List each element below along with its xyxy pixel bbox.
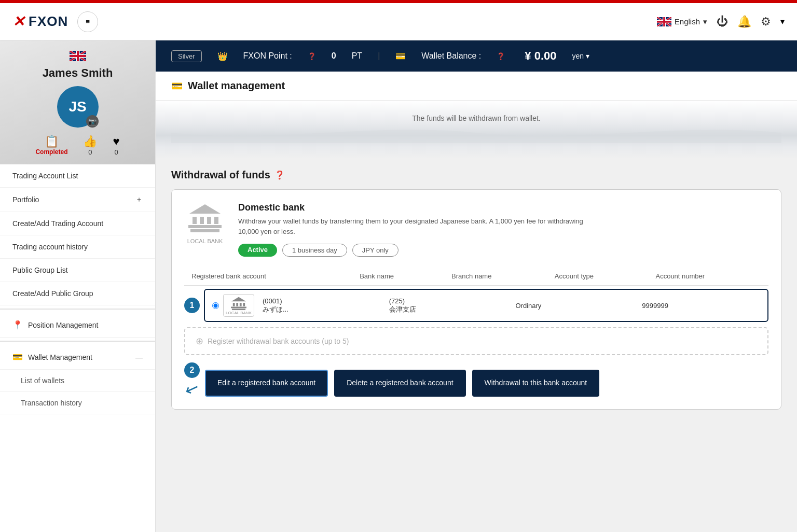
avatar-initials: JS xyxy=(68,99,86,115)
sidebar-divider-2 xyxy=(0,341,155,342)
table-header-row: Registered bank account Bank name Branch… xyxy=(184,267,768,286)
avatar-camera-icon[interactable]: 📷 xyxy=(86,115,99,128)
wallet-management-header: 💳 Wallet management xyxy=(156,72,797,101)
bank-thumb: LOCAL BANK xyxy=(223,294,254,317)
processing-time-tag: 1 business day xyxy=(282,244,347,257)
profile-flag xyxy=(8,51,147,63)
logo-x-icon: ✕ xyxy=(12,13,24,30)
step2-arrow: 2 ↙ xyxy=(184,362,200,397)
sidebar-item-create-trading-account[interactable]: Create/Add Trading Account xyxy=(0,212,155,235)
wallet-collapse-icon: — xyxy=(135,353,143,361)
sidebar-wallet-management[interactable]: 💳 Wallet Management — xyxy=(0,345,155,370)
likes-value: 0 xyxy=(83,148,97,156)
power-icon[interactable]: ⏻ xyxy=(717,15,728,29)
sidebar-sub-label: Transaction history xyxy=(21,399,82,407)
portfolio-plus-icon: ＋ xyxy=(135,195,143,204)
sidebar-item-public-group-list[interactable]: Public Group List xyxy=(0,259,155,282)
bank-label: LOCAL BANK xyxy=(184,238,226,244)
register-bank-account-row[interactable]: ⊕ Register withdrawal bank accounts (up … xyxy=(184,327,768,355)
hamburger-icon: ≡ xyxy=(86,18,90,25)
action-buttons: Edit a registered bank account Delete a … xyxy=(205,370,599,397)
sidebar-profile: James Smith JS 📷 📋 Completed 👍 0 ♥ xyxy=(0,40,155,164)
bank-account-row-selected[interactable]: LOCAL BANK (0001) みずほ... (725) 会津支店 Ordi… xyxy=(204,289,768,322)
wallet-info-icon[interactable]: ❓ xyxy=(497,52,505,60)
sidebar-sub-list-of-wallets[interactable]: List of wallets xyxy=(0,370,155,392)
language-arrow: ▾ xyxy=(703,17,707,26)
fxon-point-unit: PT xyxy=(352,51,362,61)
bank-account-radio[interactable] xyxy=(212,302,219,309)
logo-text: FXON xyxy=(29,13,68,30)
edit-bank-account-button[interactable]: Edit a registered bank account xyxy=(205,370,328,397)
svg-rect-6 xyxy=(200,217,204,224)
sidebar-item-trading-history[interactable]: Trading account history xyxy=(0,235,155,259)
svg-rect-9 xyxy=(232,309,245,310)
language-selector[interactable]: English ▾ xyxy=(657,17,707,26)
sidebar: James Smith JS 📷 📋 Completed 👍 0 ♥ xyxy=(0,40,156,532)
bank-card-description: Withdraw your wallet funds by transferri… xyxy=(238,216,601,236)
svg-rect-15 xyxy=(243,303,245,306)
wallet-dropdown-arrow: ▾ xyxy=(586,52,589,60)
svg-rect-7 xyxy=(207,217,211,224)
sidebar-item-create-public-group[interactable]: Create/Add Public Group xyxy=(0,282,155,305)
bank-svg-icon xyxy=(188,202,222,233)
svg-rect-5 xyxy=(193,217,197,224)
bank-account-row-inner: LOCAL BANK (0001) みずほ... (725) 会津支店 Ordi… xyxy=(212,294,760,317)
bell-icon[interactable]: 🔔 xyxy=(737,15,751,29)
step-2-badge: 2 xyxy=(184,362,200,378)
withdrawal-header: Withdrawal of funds ❓ xyxy=(171,169,781,181)
tier-badge: Silver xyxy=(171,50,202,62)
bank-thumb-label: LOCAL BANK xyxy=(226,311,252,315)
sidebar-wallet-label: Wallet Management xyxy=(28,353,92,361)
delete-bank-account-button[interactable]: Delete a registered bank account xyxy=(334,370,465,397)
wallet-icon-bar: 💳 xyxy=(395,51,406,61)
logo: ✕ FXON xyxy=(12,13,68,30)
wave-area: The funds will be withdrawn from wallet. xyxy=(156,101,797,159)
hamburger-button[interactable]: ≡ xyxy=(77,11,98,32)
main-content: Silver 👑 FXON Point : ❓ 0 PT | 💳 Wallet … xyxy=(156,40,797,532)
sidebar-menu: Trading Account List Portfolio ＋ Create/… xyxy=(0,164,155,414)
stat-hearts: ♥ 0 xyxy=(113,135,119,156)
withdrawal-info-icon[interactable]: ❓ xyxy=(274,170,285,180)
settings-arrow[interactable]: ▾ xyxy=(780,17,785,26)
fxon-point-info-icon[interactable]: ❓ xyxy=(308,52,316,60)
account-type-cell: Ordinary xyxy=(516,302,634,310)
sidebar-divider-1 xyxy=(0,309,155,310)
stat-likes: 👍 0 xyxy=(83,135,97,156)
sidebar-position-management[interactable]: 📍 Position Management xyxy=(0,313,155,338)
withdrawal-to-bank-account-button[interactable]: Withdrawal to this bank account xyxy=(472,370,600,397)
bank-account-row-container: 1 xyxy=(184,289,768,322)
sidebar-item-portfolio[interactable]: Portfolio ＋ xyxy=(0,188,155,212)
sidebar-item-trading-account-list[interactable]: Trading Account List xyxy=(0,164,155,188)
header: ✕ FXON ≡ English ▾ ⏻ 🔔 ⚙ ▾ xyxy=(0,3,797,40)
sidebar-sub-transaction-history[interactable]: Transaction history xyxy=(0,392,155,414)
header-left: ✕ FXON ≡ xyxy=(12,11,98,32)
branch-name-cell: (725) 会津支店 xyxy=(389,297,507,314)
currency-tag: JPY only xyxy=(352,244,398,257)
table-header-bank-name: Bank name xyxy=(352,267,444,286)
settings-icon[interactable]: ⚙ xyxy=(761,15,771,29)
uk-flag-icon xyxy=(657,17,671,26)
bar-separator: | xyxy=(378,51,380,61)
wallet-unit-dropdown[interactable]: yen ▾ xyxy=(572,52,589,60)
language-label: English xyxy=(675,17,700,26)
wallet-icon: 💳 xyxy=(12,352,23,362)
content-area: Withdrawal of funds ❓ xyxy=(156,159,797,532)
register-text: Register withdrawal bank accounts (up to… xyxy=(208,337,349,345)
bank-card: LOCAL BANK Domestic bank Withdraw your w… xyxy=(171,189,781,410)
wave-description: The funds will be withdrawn from wallet. xyxy=(171,111,781,122)
sidebar-item-label: Trading account history xyxy=(12,243,88,251)
bank-info: Domestic bank Withdraw your wallet funds… xyxy=(238,202,601,257)
stat-completed: 📋 Completed xyxy=(35,135,67,156)
position-icon: 📍 xyxy=(12,320,23,330)
profile-stats: 📋 Completed 👍 0 ♥ 0 xyxy=(8,135,147,156)
wallet-management-title: Wallet management xyxy=(188,80,285,92)
wallet-amount: ¥ 0.00 xyxy=(525,49,556,63)
bank-building-icon xyxy=(184,202,226,237)
bank-name-cell: (0001) みずほ... xyxy=(263,297,381,314)
completed-label: Completed xyxy=(35,148,67,156)
bank-card-title: Domestic bank xyxy=(238,202,601,213)
wallet-management-icon: 💳 xyxy=(171,80,183,92)
wallet-balance-label: Wallet Balance : xyxy=(421,51,481,61)
avatar: JS 📷 xyxy=(57,86,99,128)
account-bar: Silver 👑 FXON Point : ❓ 0 PT | 💳 Wallet … xyxy=(156,40,797,72)
